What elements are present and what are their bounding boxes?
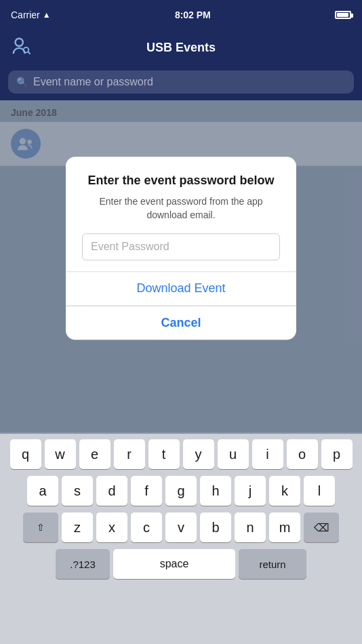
key-y[interactable]: y [183,439,214,469]
dialog-body: Enter the event password below Enter the… [66,157,296,271]
keyboard-row-2: a s d f g h j k l [2,476,360,506]
event-password-input[interactable] [82,233,280,260]
carrier-label: Carrier [11,9,40,20]
search-input[interactable] [33,76,346,88]
key-d[interactable]: d [96,476,127,506]
keyboard-row-4: .?123 space return [2,549,360,579]
space-key[interactable]: space [113,549,235,579]
return-key[interactable]: return [239,549,306,579]
key-t[interactable]: t [148,439,180,469]
keyboard-row-3: ⇧ z x c v b n m ⌫ [2,512,360,542]
status-carrier: Carrier ▲ [11,9,51,20]
key-g[interactable]: g [165,476,197,506]
key-h[interactable]: h [200,476,231,506]
key-n[interactable]: n [235,512,266,542]
key-o[interactable]: o [287,439,318,469]
svg-line-2 [28,52,30,54]
key-s[interactable]: s [62,476,93,506]
user-key-icon[interactable] [11,36,31,59]
key-b[interactable]: b [200,512,231,542]
key-p[interactable]: p [321,439,353,469]
key-q[interactable]: q [10,439,41,469]
key-i[interactable]: i [252,439,283,469]
svg-point-0 [16,39,23,46]
key-m[interactable]: m [269,512,300,542]
key-l[interactable]: l [304,476,335,506]
key-e[interactable]: e [79,439,110,469]
delete-key[interactable]: ⌫ [304,512,339,542]
key-r[interactable]: r [114,439,145,469]
num-key[interactable]: .?123 [56,549,110,579]
key-k[interactable]: k [269,476,300,506]
key-c[interactable]: c [131,512,162,542]
keyboard: q w e r t y u i o p a s d f g h j k l ⇧ … [0,434,362,644]
key-a[interactable]: a [27,476,58,506]
search-bar[interactable]: 🔍 [8,71,354,94]
nav-title: USB Events [146,41,216,55]
cancel-button[interactable]: Cancel [66,306,296,340]
battery-icon [335,11,351,19]
wifi-icon: ▲ [43,10,51,20]
event-password-dialog: Enter the event password below Enter the… [66,157,296,340]
search-icon: 🔍 [16,77,28,87]
key-j[interactable]: j [235,476,266,506]
status-right [335,11,351,19]
key-f[interactable]: f [131,476,162,506]
key-u[interactable]: u [218,439,249,469]
status-time: 8:02 PM [175,9,211,20]
dialog-title: Enter the event password below [82,173,280,188]
keyboard-row-1: q w e r t y u i o p [2,439,360,469]
content-area: June 2018 Enter the event password below… [0,100,362,432]
search-container: 🔍 [0,65,362,100]
shift-key[interactable]: ⇧ [23,512,58,542]
key-v[interactable]: v [165,512,197,542]
dialog-subtitle: Enter the event password from the app do… [82,196,280,222]
status-bar: Carrier ▲ 8:02 PM [0,0,362,30]
nav-bar: USB Events [0,30,362,65]
key-w[interactable]: w [45,439,76,469]
key-x[interactable]: x [96,512,127,542]
key-z[interactable]: z [62,512,93,542]
download-event-button[interactable]: Download Event [66,272,296,306]
